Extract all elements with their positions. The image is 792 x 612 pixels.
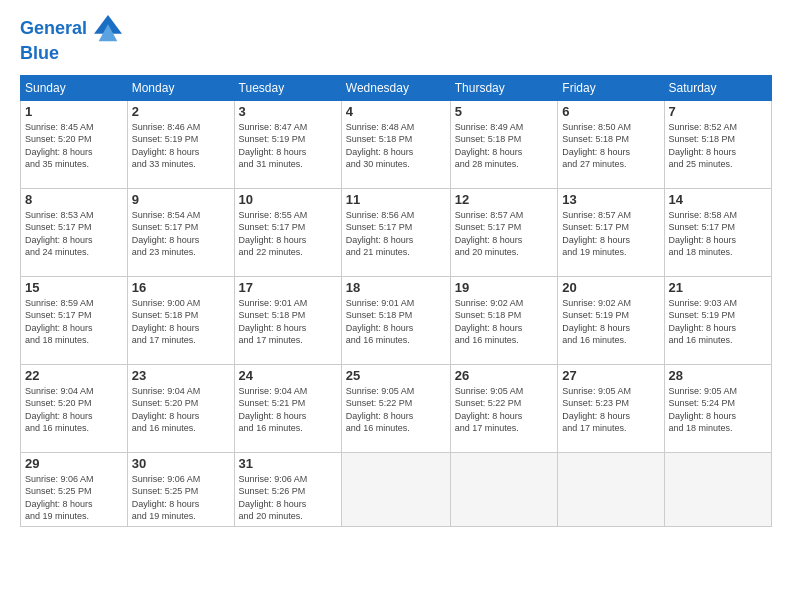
- logo-blue: Blue: [20, 43, 122, 65]
- day-cell: 2Sunrise: 8:46 AMSunset: 5:19 PMDaylight…: [127, 100, 234, 188]
- day-cell: 19Sunrise: 9:02 AMSunset: 5:18 PMDayligh…: [450, 276, 558, 364]
- day-number: 12: [455, 192, 554, 207]
- day-number: 21: [669, 280, 768, 295]
- page: General Blue SundayMondayTuesdayWednesda…: [0, 0, 792, 612]
- day-number: 31: [239, 456, 337, 471]
- day-cell: 28Sunrise: 9:05 AMSunset: 5:24 PMDayligh…: [664, 364, 772, 452]
- day-cell: 17Sunrise: 9:01 AMSunset: 5:18 PMDayligh…: [234, 276, 341, 364]
- day-number: 11: [346, 192, 446, 207]
- day-info: Sunrise: 9:01 AMSunset: 5:18 PMDaylight:…: [346, 298, 415, 346]
- day-info: Sunrise: 9:04 AMSunset: 5:20 PMDaylight:…: [25, 386, 94, 434]
- day-cell: 1Sunrise: 8:45 AMSunset: 5:20 PMDaylight…: [21, 100, 128, 188]
- day-number: 26: [455, 368, 554, 383]
- day-number: 4: [346, 104, 446, 119]
- day-number: 29: [25, 456, 123, 471]
- day-info: Sunrise: 9:05 AMSunset: 5:22 PMDaylight:…: [455, 386, 524, 434]
- day-number: 1: [25, 104, 123, 119]
- day-cell: 13Sunrise: 8:57 AMSunset: 5:17 PMDayligh…: [558, 188, 664, 276]
- logo-text: General: [20, 15, 122, 43]
- week-row-2: 8Sunrise: 8:53 AMSunset: 5:17 PMDaylight…: [21, 188, 772, 276]
- day-number: 30: [132, 456, 230, 471]
- weekday-sunday: Sunday: [21, 75, 128, 100]
- day-number: 14: [669, 192, 768, 207]
- logo: General Blue: [20, 15, 122, 65]
- weekday-thursday: Thursday: [450, 75, 558, 100]
- day-info: Sunrise: 9:06 AMSunset: 5:25 PMDaylight:…: [132, 474, 201, 522]
- day-cell: 20Sunrise: 9:02 AMSunset: 5:19 PMDayligh…: [558, 276, 664, 364]
- day-info: Sunrise: 8:59 AMSunset: 5:17 PMDaylight:…: [25, 298, 94, 346]
- day-number: 2: [132, 104, 230, 119]
- day-number: 24: [239, 368, 337, 383]
- day-cell: 16Sunrise: 9:00 AMSunset: 5:18 PMDayligh…: [127, 276, 234, 364]
- day-cell: 10Sunrise: 8:55 AMSunset: 5:17 PMDayligh…: [234, 188, 341, 276]
- day-info: Sunrise: 8:50 AMSunset: 5:18 PMDaylight:…: [562, 122, 631, 170]
- day-number: 16: [132, 280, 230, 295]
- day-number: 17: [239, 280, 337, 295]
- day-info: Sunrise: 9:06 AMSunset: 5:26 PMDaylight:…: [239, 474, 308, 522]
- day-cell: 12Sunrise: 8:57 AMSunset: 5:17 PMDayligh…: [450, 188, 558, 276]
- day-info: Sunrise: 9:00 AMSunset: 5:18 PMDaylight:…: [132, 298, 201, 346]
- day-number: 8: [25, 192, 123, 207]
- day-info: Sunrise: 9:05 AMSunset: 5:24 PMDaylight:…: [669, 386, 738, 434]
- day-number: 18: [346, 280, 446, 295]
- day-info: Sunrise: 8:57 AMSunset: 5:17 PMDaylight:…: [562, 210, 631, 258]
- day-number: 23: [132, 368, 230, 383]
- weekday-tuesday: Tuesday: [234, 75, 341, 100]
- day-info: Sunrise: 8:54 AMSunset: 5:17 PMDaylight:…: [132, 210, 201, 258]
- weekday-friday: Friday: [558, 75, 664, 100]
- day-info: Sunrise: 8:48 AMSunset: 5:18 PMDaylight:…: [346, 122, 415, 170]
- day-cell: 4Sunrise: 8:48 AMSunset: 5:18 PMDaylight…: [341, 100, 450, 188]
- week-row-1: 1Sunrise: 8:45 AMSunset: 5:20 PMDaylight…: [21, 100, 772, 188]
- day-info: Sunrise: 9:04 AMSunset: 5:21 PMDaylight:…: [239, 386, 308, 434]
- day-info: Sunrise: 8:53 AMSunset: 5:17 PMDaylight:…: [25, 210, 94, 258]
- day-info: Sunrise: 9:02 AMSunset: 5:19 PMDaylight:…: [562, 298, 631, 346]
- day-cell: 9Sunrise: 8:54 AMSunset: 5:17 PMDaylight…: [127, 188, 234, 276]
- day-info: Sunrise: 9:05 AMSunset: 5:23 PMDaylight:…: [562, 386, 631, 434]
- day-info: Sunrise: 9:04 AMSunset: 5:20 PMDaylight:…: [132, 386, 201, 434]
- day-cell: 24Sunrise: 9:04 AMSunset: 5:21 PMDayligh…: [234, 364, 341, 452]
- day-number: 13: [562, 192, 659, 207]
- day-cell: 18Sunrise: 9:01 AMSunset: 5:18 PMDayligh…: [341, 276, 450, 364]
- week-row-5: 29Sunrise: 9:06 AMSunset: 5:25 PMDayligh…: [21, 452, 772, 526]
- weekday-header-row: SundayMondayTuesdayWednesdayThursdayFrid…: [21, 75, 772, 100]
- day-info: Sunrise: 8:57 AMSunset: 5:17 PMDaylight:…: [455, 210, 524, 258]
- weekday-monday: Monday: [127, 75, 234, 100]
- weekday-wednesday: Wednesday: [341, 75, 450, 100]
- day-info: Sunrise: 8:56 AMSunset: 5:17 PMDaylight:…: [346, 210, 415, 258]
- day-info: Sunrise: 9:01 AMSunset: 5:18 PMDaylight:…: [239, 298, 308, 346]
- day-number: 7: [669, 104, 768, 119]
- day-cell: [664, 452, 772, 526]
- day-number: 28: [669, 368, 768, 383]
- week-row-3: 15Sunrise: 8:59 AMSunset: 5:17 PMDayligh…: [21, 276, 772, 364]
- day-cell: 3Sunrise: 8:47 AMSunset: 5:19 PMDaylight…: [234, 100, 341, 188]
- day-number: 19: [455, 280, 554, 295]
- header: General Blue: [20, 15, 772, 65]
- day-cell: [558, 452, 664, 526]
- day-info: Sunrise: 8:49 AMSunset: 5:18 PMDaylight:…: [455, 122, 524, 170]
- day-info: Sunrise: 8:58 AMSunset: 5:17 PMDaylight:…: [669, 210, 738, 258]
- day-number: 27: [562, 368, 659, 383]
- day-cell: 11Sunrise: 8:56 AMSunset: 5:17 PMDayligh…: [341, 188, 450, 276]
- day-cell: 22Sunrise: 9:04 AMSunset: 5:20 PMDayligh…: [21, 364, 128, 452]
- logo-icon: [94, 15, 122, 43]
- day-cell: 14Sunrise: 8:58 AMSunset: 5:17 PMDayligh…: [664, 188, 772, 276]
- day-number: 10: [239, 192, 337, 207]
- day-info: Sunrise: 8:47 AMSunset: 5:19 PMDaylight:…: [239, 122, 308, 170]
- day-cell: 6Sunrise: 8:50 AMSunset: 5:18 PMDaylight…: [558, 100, 664, 188]
- day-cell: 31Sunrise: 9:06 AMSunset: 5:26 PMDayligh…: [234, 452, 341, 526]
- day-cell: [450, 452, 558, 526]
- day-info: Sunrise: 8:46 AMSunset: 5:19 PMDaylight:…: [132, 122, 201, 170]
- logo-general: General: [20, 18, 87, 38]
- day-info: Sunrise: 9:02 AMSunset: 5:18 PMDaylight:…: [455, 298, 524, 346]
- day-cell: 27Sunrise: 9:05 AMSunset: 5:23 PMDayligh…: [558, 364, 664, 452]
- day-cell: 26Sunrise: 9:05 AMSunset: 5:22 PMDayligh…: [450, 364, 558, 452]
- day-number: 15: [25, 280, 123, 295]
- day-info: Sunrise: 8:55 AMSunset: 5:17 PMDaylight:…: [239, 210, 308, 258]
- day-number: 9: [132, 192, 230, 207]
- day-cell: 30Sunrise: 9:06 AMSunset: 5:25 PMDayligh…: [127, 452, 234, 526]
- week-row-4: 22Sunrise: 9:04 AMSunset: 5:20 PMDayligh…: [21, 364, 772, 452]
- day-number: 3: [239, 104, 337, 119]
- day-cell: 25Sunrise: 9:05 AMSunset: 5:22 PMDayligh…: [341, 364, 450, 452]
- day-number: 5: [455, 104, 554, 119]
- day-info: Sunrise: 9:05 AMSunset: 5:22 PMDaylight:…: [346, 386, 415, 434]
